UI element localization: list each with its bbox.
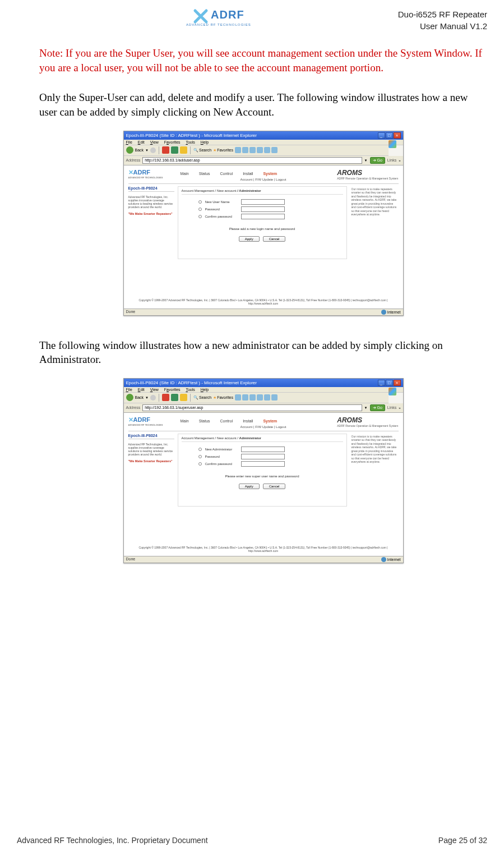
- forward-button[interactable]: [150, 395, 156, 401]
- home-button[interactable]: [180, 394, 187, 401]
- cancel-button[interactable]: Cancel: [263, 236, 286, 242]
- logo: ADRF ADVANCED RF TECHNOLOGIES: [39, 8, 398, 28]
- favorites-button[interactable]: ★Favorites: [213, 148, 233, 153]
- go-button[interactable]: ➜ Go: [370, 404, 385, 411]
- forward-button[interactable]: [150, 148, 156, 153]
- tab-control[interactable]: Control: [219, 418, 235, 424]
- discuss-icon[interactable]: [264, 147, 270, 153]
- refresh-button[interactable]: [171, 394, 178, 401]
- tab-status[interactable]: Status: [197, 171, 212, 176]
- menu-edit[interactable]: Edit: [138, 140, 145, 144]
- right-panel-text: Our mission is to make repeaters smarter…: [350, 186, 399, 259]
- search-button[interactable]: 🔍Search: [193, 148, 211, 153]
- menu-help[interactable]: Help: [201, 388, 209, 392]
- edit-icon[interactable]: [257, 394, 263, 401]
- mail-icon[interactable]: [242, 394, 248, 401]
- mail-icon[interactable]: [242, 147, 248, 153]
- window-titlebar: Epoch-III-P8024 (Site ID : ADRFtest ) - …: [124, 131, 403, 140]
- radio-icon[interactable]: [198, 208, 202, 211]
- breadcrumb: Account Management / New account / Admin…: [182, 189, 343, 195]
- close-button[interactable]: ×: [394, 380, 401, 386]
- globe-icon: [381, 310, 386, 315]
- menu-tools[interactable]: Tools: [186, 388, 195, 392]
- apply-button[interactable]: Apply: [239, 236, 260, 242]
- address-input[interactable]: http://192.168.63.1/superuser.asp: [142, 404, 362, 411]
- tab-main[interactable]: Main: [179, 418, 191, 424]
- tab-install[interactable]: Install: [241, 171, 255, 176]
- footer-left: Advanced RF Technologies, Inc. Proprieta…: [17, 836, 208, 845]
- sidebar-text: Advanced RF Technologies, Inc. supplies …: [128, 195, 174, 209]
- history-icon[interactable]: [235, 147, 241, 153]
- menu-help[interactable]: Help: [201, 140, 209, 144]
- subtabs[interactable]: Account | F/W Update | Logout: [179, 178, 348, 181]
- stop-button[interactable]: [162, 394, 169, 401]
- discuss-icon[interactable]: [264, 394, 270, 401]
- radio-icon[interactable]: [198, 455, 202, 458]
- cancel-button[interactable]: Cancel: [263, 484, 286, 489]
- history-icon[interactable]: [235, 394, 241, 401]
- sidebar-tagline: "We Make Smarter Repeaters": [128, 459, 174, 463]
- menu-view[interactable]: View: [150, 388, 159, 392]
- tab-control[interactable]: Control: [219, 171, 235, 176]
- tab-system[interactable]: System: [261, 171, 279, 176]
- window-titlebar: Epoch-III-P8024 (Site ID : ADRFtest ) - …: [124, 379, 403, 387]
- adrf-logo: ✕ADRFADVANCED RF TECHNOLOGIES: [128, 169, 163, 179]
- home-button[interactable]: [180, 146, 187, 154]
- minimize-button[interactable]: _: [378, 132, 385, 139]
- radio-icon[interactable]: [198, 215, 202, 218]
- tab-main[interactable]: Main: [179, 171, 191, 176]
- menu-file[interactable]: File: [126, 388, 132, 392]
- sidebar-title: Epoch-III-P8024: [128, 186, 174, 192]
- confirm-password-input[interactable]: [241, 214, 285, 219]
- tab-system[interactable]: System: [261, 418, 279, 424]
- stop-button[interactable]: [162, 146, 169, 154]
- print-icon[interactable]: [249, 147, 256, 153]
- breadcrumb: Account Management / New account / Admin…: [182, 436, 343, 442]
- sidebar-text: Advanced RF Technologies, Inc. supplies …: [128, 443, 174, 456]
- menu-tools[interactable]: Tools: [186, 140, 195, 144]
- back-button[interactable]: [126, 146, 133, 154]
- apply-button[interactable]: Apply: [239, 484, 260, 489]
- toolbar: Back ▼ 🔍Search ★Favorites: [124, 145, 389, 156]
- footer-right: Page 25 of 32: [438, 836, 487, 845]
- address-input[interactable]: http://192.168.63.1/adduser.asp: [142, 157, 362, 164]
- screenshot-add-user: Epoch-III-P8024 (Site ID : ADRFtest ) - …: [39, 131, 487, 316]
- close-button[interactable]: ×: [394, 132, 401, 139]
- menu-view[interactable]: View: [150, 140, 159, 144]
- maximize-button[interactable]: □: [386, 380, 393, 386]
- menu-edit[interactable]: Edit: [138, 388, 145, 392]
- back-button[interactable]: [126, 394, 133, 401]
- confirm-password-input[interactable]: [241, 461, 285, 467]
- tab-status[interactable]: Status: [197, 418, 212, 424]
- minimize-button[interactable]: _: [378, 380, 385, 386]
- statusbar: Done Internet: [124, 309, 403, 315]
- tab-install[interactable]: Install: [241, 418, 255, 424]
- menu-file[interactable]: File: [126, 140, 132, 144]
- favorites-button[interactable]: ★Favorites: [213, 395, 233, 400]
- new-username-input[interactable]: [241, 199, 285, 205]
- go-button[interactable]: ➜ Go: [370, 157, 385, 164]
- maximize-button[interactable]: □: [386, 132, 393, 139]
- password-input[interactable]: [241, 454, 285, 459]
- new-admin-input[interactable]: [241, 447, 285, 452]
- menu-favorites[interactable]: Favorites: [164, 140, 181, 144]
- password-input[interactable]: [241, 206, 285, 212]
- ie-logo-icon: [389, 140, 396, 148]
- note-text: Note: If you are the Super User, you wil…: [39, 46, 487, 75]
- screenshot-add-admin: Epoch-III-P8024 (Site ID : ADRFtest ) - …: [39, 378, 487, 563]
- page-footer: Advanced RF Technologies, Inc. Proprieta…: [17, 836, 487, 845]
- print-icon[interactable]: [249, 394, 256, 401]
- subtabs[interactable]: Account | F/W Update | Logout: [179, 425, 348, 429]
- refresh-button[interactable]: [171, 146, 178, 154]
- radio-icon[interactable]: [198, 448, 202, 451]
- edit-icon[interactable]: [257, 147, 263, 153]
- menu-favorites[interactable]: Favorites: [164, 388, 181, 392]
- research-icon[interactable]: [271, 394, 278, 401]
- search-button[interactable]: 🔍Search: [193, 395, 211, 400]
- research-icon[interactable]: [271, 147, 278, 153]
- menubar: File Edit View Favorites Tools Help: [124, 387, 403, 393]
- page-header: ADRF ADVANCED RF TECHNOLOGIES Duo-i6525 …: [39, 8, 487, 32]
- radio-icon[interactable]: [198, 200, 202, 204]
- radio-icon[interactable]: [198, 462, 202, 466]
- para1: Only the Super-User can add, delete and …: [39, 90, 487, 119]
